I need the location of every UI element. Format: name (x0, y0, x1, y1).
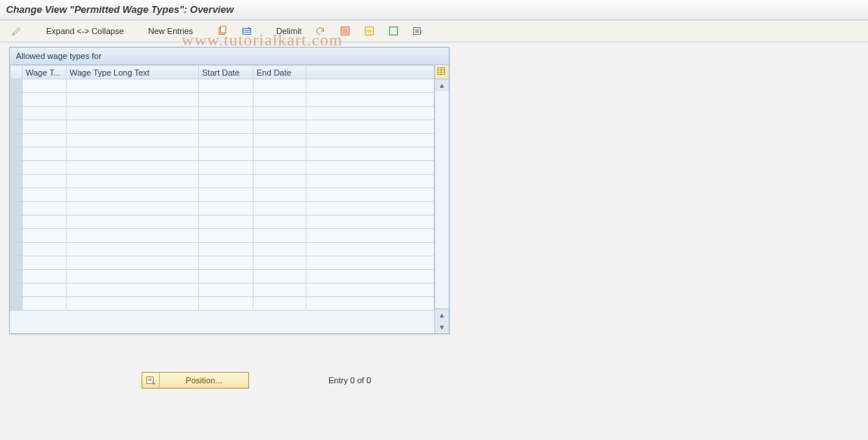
cell-wage-type[interactable] (23, 256, 67, 270)
row-selector[interactable] (11, 175, 23, 188)
cell-wage-type[interactable] (23, 175, 67, 188)
cell-end-date[interactable] (254, 270, 306, 284)
table-row[interactable] (11, 243, 434, 256)
position-button[interactable]: Position... (142, 372, 249, 389)
cell-start-date[interactable] (199, 284, 254, 297)
new-entries-button[interactable]: New Entries (145, 24, 197, 38)
cell-end-date[interactable] (254, 256, 306, 270)
cell-end-date[interactable] (254, 243, 306, 256)
row-selector[interactable] (11, 161, 23, 175)
cell-wage-type[interactable] (23, 161, 67, 175)
table-row[interactable] (11, 79, 434, 93)
table-row[interactable] (11, 188, 434, 202)
cell-wage-type[interactable] (23, 79, 67, 93)
cell-end-date[interactable] (254, 175, 306, 188)
cell-start-date[interactable] (199, 202, 254, 215)
scroll-down-step-button[interactable]: ▲ (435, 308, 449, 321)
row-selector[interactable] (11, 215, 23, 229)
col-wage-type-long[interactable]: Wage Type Long Text (67, 66, 199, 79)
cell-wage-type-long[interactable] (67, 93, 199, 107)
cell-wage-type[interactable] (23, 229, 67, 243)
cell-wage-type-long[interactable] (67, 243, 199, 256)
cell-wage-type-long[interactable] (67, 256, 199, 270)
undo-change-button[interactable] (312, 23, 330, 39)
select-all-button[interactable] (336, 23, 354, 39)
expand-collapse-button[interactable]: Expand <-> Collapse (42, 24, 128, 38)
table-row[interactable] (11, 256, 434, 270)
cell-end-date[interactable] (254, 297, 306, 311)
cell-end-date[interactable] (254, 202, 306, 215)
cell-start-date[interactable] (199, 175, 254, 188)
table-settings-button[interactable] (435, 65, 449, 79)
table-row[interactable] (11, 134, 434, 147)
row-selector[interactable] (11, 256, 23, 270)
cell-start-date[interactable] (199, 107, 254, 120)
cell-wage-type-long[interactable] (67, 175, 199, 188)
row-selector[interactable] (11, 270, 23, 284)
cell-end-date[interactable] (254, 284, 306, 297)
cell-wage-type-long[interactable] (67, 215, 199, 229)
cell-end-date[interactable] (254, 188, 306, 202)
cell-wage-type[interactable] (23, 270, 67, 284)
table-row[interactable] (11, 270, 434, 284)
cell-end-date[interactable] (254, 147, 306, 161)
cell-wage-type[interactable] (23, 297, 67, 311)
cell-wage-type[interactable] (23, 93, 67, 107)
delete-button[interactable] (238, 23, 256, 39)
col-wage-type[interactable]: Wage T... (23, 66, 67, 79)
col-select[interactable] (11, 66, 23, 79)
table-row[interactable] (11, 161, 434, 175)
select-block-button[interactable] (360, 23, 378, 39)
cell-end-date[interactable] (254, 120, 306, 134)
col-start-date[interactable]: Start Date (199, 66, 254, 79)
table-row[interactable] (11, 93, 434, 107)
copy-as-button[interactable] (213, 23, 232, 39)
cell-wage-type[interactable] (23, 107, 67, 120)
cell-start-date[interactable] (199, 134, 254, 147)
scrollbar-track[interactable] (435, 91, 449, 308)
table-row[interactable] (11, 175, 434, 188)
cell-wage-type-long[interactable] (67, 79, 199, 93)
cell-start-date[interactable] (199, 243, 254, 256)
table-row[interactable] (11, 215, 434, 229)
cell-wage-type[interactable] (23, 188, 67, 202)
cell-wage-type-long[interactable] (67, 297, 199, 311)
cell-start-date[interactable] (199, 147, 254, 161)
table-row[interactable] (11, 229, 434, 243)
cell-wage-type[interactable] (23, 202, 67, 215)
cell-wage-type[interactable] (23, 215, 67, 229)
cell-wage-type[interactable] (23, 284, 67, 297)
cell-wage-type-long[interactable] (67, 229, 199, 243)
cell-end-date[interactable] (254, 215, 306, 229)
row-selector[interactable] (11, 79, 23, 93)
deselect-all-button[interactable] (384, 23, 403, 39)
cell-start-date[interactable] (199, 256, 254, 270)
delimit-button[interactable]: Delimit (272, 24, 306, 38)
table-row[interactable] (11, 284, 434, 297)
cell-start-date[interactable] (199, 229, 254, 243)
row-selector[interactable] (11, 93, 23, 107)
row-selector[interactable] (11, 297, 23, 311)
cell-wage-type-long[interactable] (67, 134, 199, 147)
wage-types-table[interactable]: Wage T... Wage Type Long Text Start Date… (10, 65, 434, 311)
scroll-up-button[interactable]: ▲ (435, 79, 449, 91)
cell-wage-type-long[interactable] (67, 161, 199, 175)
other-view-button[interactable] (8, 23, 26, 39)
cell-start-date[interactable] (199, 188, 254, 202)
table-row[interactable] (11, 120, 434, 134)
table-row[interactable] (11, 202, 434, 215)
row-selector[interactable] (11, 202, 23, 215)
print-button[interactable] (409, 23, 427, 39)
cell-wage-type[interactable] (23, 134, 67, 147)
cell-start-date[interactable] (199, 270, 254, 284)
cell-end-date[interactable] (254, 229, 306, 243)
row-selector[interactable] (11, 188, 23, 202)
cell-wage-type-long[interactable] (67, 120, 199, 134)
row-selector[interactable] (11, 134, 23, 147)
row-selector[interactable] (11, 284, 23, 297)
cell-start-date[interactable] (199, 120, 254, 134)
table-row[interactable] (11, 107, 434, 120)
cell-wage-type[interactable] (23, 243, 67, 256)
cell-start-date[interactable] (199, 161, 254, 175)
cell-end-date[interactable] (254, 161, 306, 175)
